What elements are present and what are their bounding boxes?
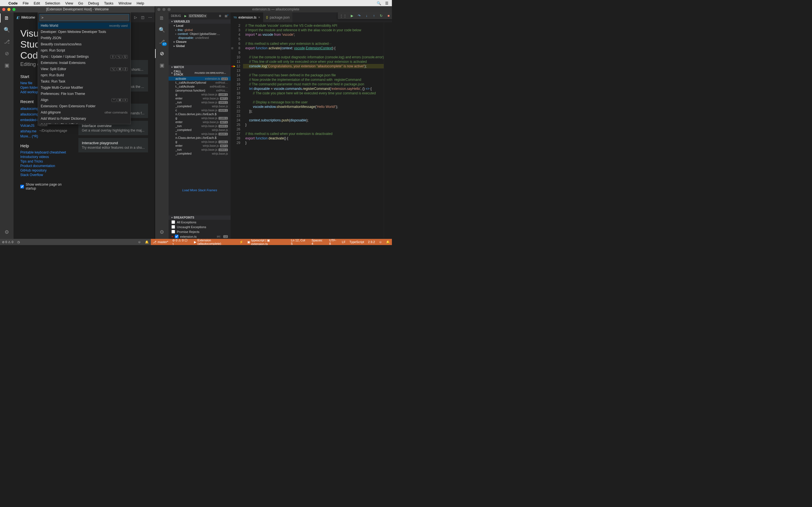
gear-icon[interactable]: ⚙ <box>158 229 165 235</box>
status-debugging[interactable]: ▶ Extension (allautocomplete) <box>192 238 238 245</box>
callstack-frame[interactable]: enterwinjs.base.js867:1 <box>168 144 231 148</box>
section-variables[interactable]: ▾VARIABLES <box>168 19 231 24</box>
link-github[interactable]: GitHub repository <box>20 168 67 172</box>
minimap[interactable] <box>384 22 392 239</box>
maximize-icon[interactable] <box>12 8 15 11</box>
callstack-frame[interactable]: activateextension.ts12:5 <box>168 76 231 80</box>
breakpoint-item[interactable]: Uncaught Exceptions <box>168 224 231 229</box>
run-icon[interactable]: ▷ <box>134 15 137 19</box>
breakpoint-item[interactable]: Promise Rejects <box>168 229 231 234</box>
callstack-frame[interactable]: gwinjs.base.js1185:1 <box>168 116 231 120</box>
palette-item[interactable]: Add gitignoreother commands <box>38 109 131 115</box>
callstack-frame[interactable]: enterwinjs.base.js867:1 <box>168 120 231 124</box>
palette-item[interactable]: Extensions: Open Extensions Folder <box>38 103 131 109</box>
debug-icon[interactable]: ⊘ <box>158 50 165 57</box>
show-welcome-checkbox[interactable]: Show welcome page on startup <box>20 182 67 190</box>
callstack-frame[interactable]: n.Class.derive.join.i.forEach.$ <box>168 136 231 140</box>
palette-item[interactable]: Tasks: Run Task <box>38 78 131 84</box>
menu-window[interactable]: Window <box>118 1 132 5</box>
explorer-icon[interactable]: 🗎 <box>158 15 165 21</box>
menu-file[interactable]: File <box>23 1 29 5</box>
status-feedback[interactable]: ☺ <box>377 240 384 244</box>
breakpoint-checkbox[interactable] <box>175 235 179 238</box>
git-icon[interactable]: ⎇ <box>3 38 10 45</box>
status-eol[interactable]: LF <box>340 240 348 244</box>
callstack-frame[interactable]: gwinjs.base.js1185:1 <box>168 140 231 144</box>
link-docs[interactable]: Product documentation <box>20 164 67 168</box>
status-ver[interactable]: 2.9.2 <box>366 240 377 244</box>
restart-button[interactable]: ↻ <box>379 13 384 18</box>
callstack-frame[interactable]: _runwinjs.base.js1083:1 <box>168 100 231 104</box>
scope-global[interactable]: ▸Global <box>168 44 231 48</box>
menu-edit[interactable]: Edit <box>34 1 40 5</box>
palette-item[interactable]: npm: Run Build <box>38 72 131 78</box>
search-icon[interactable]: 🔍 <box>158 26 165 33</box>
callstack-frame[interactable]: _runwinjs.base.js1083:1 <box>168 124 231 128</box>
explorer-icon[interactable]: 🗎 <box>3 15 10 21</box>
breakpoint-checkbox[interactable] <box>171 225 175 229</box>
gear-icon[interactable]: ⚙ <box>3 229 10 235</box>
link-so[interactable]: Stack Overflow <box>20 173 67 177</box>
status-pos[interactable]: Ln 12, Col 5 <box>289 238 310 245</box>
step-out-button[interactable]: ↑ <box>371 13 376 18</box>
menu-view[interactable]: View <box>65 1 73 5</box>
callstack-frame[interactable]: _runwinjs.base.js1083:1 <box>168 148 231 152</box>
palette-item[interactable]: Hello Worldrecently used <box>38 22 131 29</box>
status-bell[interactable]: 🔔 <box>384 240 392 244</box>
status-problems[interactable]: ⊘ 0 ⚠ 0 ⓘ 1 <box>170 238 192 245</box>
var-disposable[interactable]: disposable: undefined <box>168 36 231 40</box>
status-enc[interactable]: UTF-8 <box>327 238 340 245</box>
palette-item[interactable]: npm: Run Script <box>38 47 131 54</box>
spotlight-icon[interactable]: 🔍 <box>377 1 381 5</box>
palette-item[interactable]: Add Word to Global Dictionary <box>38 122 131 124</box>
scope-local[interactable]: ▾Local <box>168 24 231 28</box>
link-videos[interactable]: Introductory videos <box>20 155 67 159</box>
split-icon[interactable]: ◫ <box>141 15 144 19</box>
palette-item[interactable]: Sync : Update / Upload Settings⇧⌥U <box>38 54 131 60</box>
config-gear-icon[interactable]: ⚙ <box>219 14 221 17</box>
palette-item[interactable]: View: Split Editor⌥⌘2 <box>38 66 131 72</box>
search-icon[interactable]: 🔍 <box>3 26 10 33</box>
tab-welcome[interactable]: ◧ Welcome <box>13 12 38 22</box>
tab-extension-ts[interactable]: TS extension.ts × <box>231 12 263 22</box>
breakpoint-checkbox[interactable] <box>171 230 175 233</box>
continue-button[interactable]: ▶ <box>350 13 354 18</box>
section-breakpoints[interactable]: ▾BREAKPOINTS <box>168 216 231 220</box>
var-this[interactable]: ▸ this: global <box>168 28 231 32</box>
callstack-frame[interactable]: _completedwinjs.base.js <box>168 104 231 108</box>
load-more-frames[interactable]: Load More Stack Frames <box>168 187 231 193</box>
extensions-icon[interactable]: ▣ <box>3 62 10 69</box>
step-into-button[interactable]: ↓ <box>364 13 369 18</box>
status-lang[interactable]: TypeScript <box>347 240 366 244</box>
callstack-frame[interactable]: enterwinjs.base.js867:1 <box>168 96 231 100</box>
menu-tasks[interactable]: Tasks <box>104 1 113 5</box>
debug-config-select[interactable]: Extensio ▾ <box>188 14 207 18</box>
palette-item[interactable]: Add Word to Folder Dictionary <box>38 115 131 122</box>
breakpoint-checkbox[interactable] <box>171 220 175 224</box>
palette-input[interactable] <box>40 14 129 21</box>
control-center-icon[interactable]: ☰ <box>385 1 389 5</box>
status-task[interactable]: ▣ typescript | ▣ extension.ts <box>245 238 289 245</box>
callstack-frame[interactable]: cwinjs.base.js1828:1 <box>168 108 231 112</box>
palette-item[interactable]: Extensions: Install Extensions <box>38 60 131 66</box>
extensions-icon[interactable]: ▣ <box>158 62 165 69</box>
card-playground[interactable]: Interactive playground Try essential edi… <box>79 138 148 152</box>
status-clock[interactable]: ◷ <box>15 240 22 244</box>
status-bell[interactable]: 🔔 <box>143 240 151 244</box>
section-callstack[interactable]: ▾CALL STACKPAUSED ON BREAKPOI… <box>168 69 231 76</box>
show-welcome-input[interactable] <box>20 185 24 188</box>
start-debug-icon[interactable]: ▶ <box>185 14 187 17</box>
var-context[interactable]: ▸ context: Object {globalState:… <box>168 32 231 36</box>
menu-debug[interactable]: Debug <box>88 1 99 5</box>
palette-item[interactable]: Developer: Open Webview Developer Tools <box>38 29 131 35</box>
menu-help[interactable]: Help <box>137 1 144 5</box>
menu-go[interactable]: Go <box>78 1 83 5</box>
status-branch[interactable]: ⎇ master* <box>151 240 170 244</box>
status-errors[interactable]: ⊘ 0 ⚠ 0 <box>0 240 15 244</box>
step-over-button[interactable]: ↷ <box>357 13 361 18</box>
palette-item[interactable]: Align⌃⌘= <box>38 97 131 103</box>
callstack-frame[interactable]: t._callActivateextHostExte… <box>168 84 231 89</box>
tab-package-json[interactable]: {} package.json <box>263 12 293 22</box>
debug-console-icon[interactable]: ▤● <box>225 14 229 17</box>
palette-item[interactable]: Prettify JSON <box>38 35 131 41</box>
